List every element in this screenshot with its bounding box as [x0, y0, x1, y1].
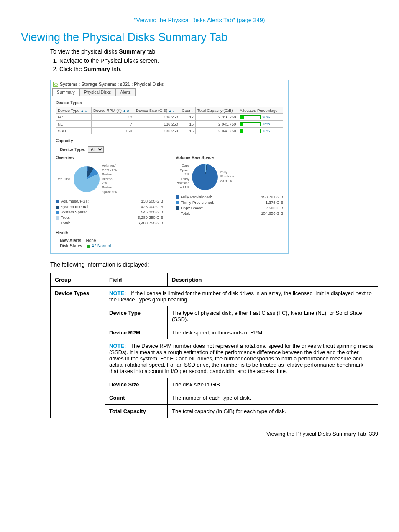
desc-device-size: The disk size in GiB. [168, 378, 378, 391]
col-count[interactable]: Count [180, 107, 195, 114]
tab-physical-disks[interactable]: Physical Disks [79, 88, 115, 96]
desc-count: The number of each type of disk. [168, 391, 378, 405]
th-group: Group [51, 273, 105, 287]
overview-heading: Overview [56, 155, 163, 161]
step-2: Click the Summary tab. [59, 66, 378, 72]
sort-icon: ▲ 2 [123, 109, 129, 113]
table-row[interactable]: SSD150136.250152,043.75015% [56, 127, 283, 134]
intro-suffix: tab: [146, 48, 157, 55]
step2-post: tab. [110, 66, 121, 72]
col-device-rpm[interactable]: Device RPM (K) ▲ 2 [91, 107, 134, 114]
sort-icon: ▲ 1 [81, 109, 87, 113]
legend-row: System Spare:545.000 GiB [56, 209, 163, 215]
group-device-types: Device Types [51, 287, 105, 418]
field-device-type: Device Type [105, 306, 168, 326]
health-heading: Health [56, 231, 283, 236]
legend-row: Thinly Provisioned:1.375 GiB [176, 200, 283, 205]
volume-raw-heading: Volume Raw Space [176, 155, 283, 161]
th-desc: Description [168, 273, 378, 287]
legend-row: System Internal:428.000 GiB [56, 204, 163, 209]
vrs-pie-labels-right: Fully Provision ed 97% [220, 170, 234, 183]
step2-pre: Click the [59, 66, 84, 72]
system-icon [53, 82, 58, 87]
page-footer: Viewing the Physical Disks Summary Tab 3… [21, 431, 378, 437]
window-breadcrumb: Systems : Storage Systems : s021 : Physi… [51, 80, 288, 88]
info-displayed-text: The following information is displayed: [50, 261, 378, 268]
breadcrumb-text: Systems : Storage Systems : s021 : Physi… [60, 82, 164, 87]
legend-row: Copy Space:2.500 GiB [176, 205, 283, 211]
overview-pie-chart [74, 166, 100, 192]
th-field: Field [105, 273, 168, 287]
new-alerts-value: None [86, 238, 96, 243]
col-total-capacity[interactable]: Total Capacity (GiB) [196, 107, 238, 114]
step-1: Navigate to the Physical Disks screen. [59, 57, 378, 64]
overview-legend: Volumes/CPGs:138.500 GiBSystem Internal:… [56, 198, 163, 226]
desc-device-type: The type of physical disk, either Fast C… [168, 306, 378, 326]
legend-row: Free:5,289.250 GiB [56, 215, 163, 220]
footer-page: 339 [369, 431, 378, 437]
step2-bold: Summary [84, 66, 110, 72]
legend-row: Fully Provisioned:150.781 GiB [176, 194, 283, 200]
tab-bar: Summary Physical Disks Alerts [52, 88, 286, 96]
intro-text: To view the physical disks Summary tab: [50, 48, 378, 55]
device-type-filter[interactable]: All [88, 146, 104, 153]
desc-device-rpm: The disk speed, in thousands of RPM. [168, 326, 378, 339]
disk-states-label: Disk States [60, 244, 82, 248]
related-link[interactable]: "Viewing the Physical Disks Alerts Tab" … [21, 17, 378, 23]
sort-icon: ▲ 3 [169, 109, 175, 113]
status-dot-icon [87, 245, 90, 248]
col-allocated-pct[interactable]: Allocated Percentage [238, 107, 283, 114]
volume-raw-pie-chart [192, 164, 218, 190]
col-device-size[interactable]: Device Size (GiB) ▲ 3 [134, 107, 180, 114]
device-types-heading: Device Types [56, 100, 283, 105]
device-types-table: Device Type ▲ 1 Device RPM (K) ▲ 2 Devic… [56, 107, 283, 134]
overview-pie-labels: Volumes/ CPGs 2% System Internal 7% Syst… [102, 164, 117, 194]
device-type-filter-label: Device Type: [60, 147, 85, 152]
intro-prefix: To view the physical disks [50, 48, 119, 55]
field-description-table: Group Field Description Device Types NOT… [50, 273, 378, 418]
tab-alerts[interactable]: Alerts [115, 88, 136, 96]
field-device-rpm: Device RPM [105, 326, 168, 339]
col-device-type[interactable]: Device Type ▲ 1 [56, 107, 92, 114]
note-row-2: NOTE: The Device RPM number does not rep… [105, 339, 378, 378]
intro-bold: Summary [119, 48, 146, 55]
legend-row: Volumes/CPGs:138.500 GiB [56, 198, 163, 204]
note-row-1: NOTE: If the license is limited for the … [105, 287, 378, 306]
tab-summary[interactable]: Summary [52, 88, 79, 96]
disk-states-link[interactable]: 47 Normal [92, 244, 111, 248]
capacity-heading: Capacity [56, 139, 283, 143]
step-list: Navigate to the Physical Disks screen. C… [50, 57, 378, 72]
field-count: Count [105, 391, 168, 405]
desc-total-capacity: The total capacity (in GiB) for each typ… [168, 405, 378, 418]
field-device-size: Device Size [105, 378, 168, 391]
vrs-legend: Fully Provisioned:150.781 GiBThinly Prov… [176, 194, 283, 216]
legend-row: Total:154.656 GiB [176, 211, 283, 216]
pie-label-free: Free 83% [56, 177, 71, 181]
new-alerts-label: New Alerts [60, 238, 81, 243]
footer-text: Viewing the Physical Disks Summary Tab [266, 431, 366, 437]
table-row[interactable]: FC10136.250172,316.25020% [56, 114, 283, 121]
field-total-capacity: Total Capacity [105, 405, 168, 418]
page-heading: Viewing the Physical Disks Summary Tab [21, 31, 378, 44]
table-row[interactable]: NL7136.250152,043.75015% [56, 121, 283, 127]
legend-row: Total:6,403.750 GiB [56, 220, 163, 226]
screenshot-panel: Systems : Storage Systems : s021 : Physi… [50, 80, 289, 254]
vrs-pie-labels-left: Copy Space 2% Thinly Provision ed 1% [176, 164, 189, 190]
